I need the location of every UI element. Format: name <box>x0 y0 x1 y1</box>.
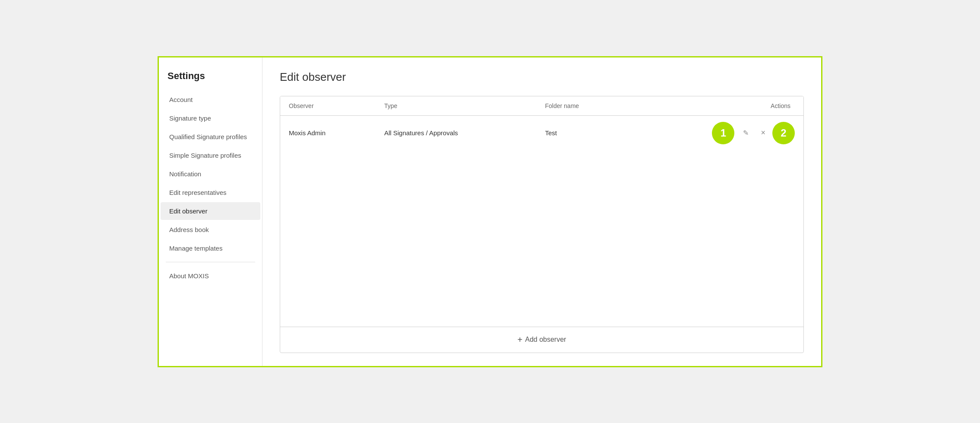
sidebar-nav: AccountSignature typeQualified Signature… <box>159 90 262 357</box>
main-content: Edit observer Observer Type Folder name … <box>262 57 821 366</box>
col-observer: Observer <box>280 96 376 116</box>
cell-type: All Signatures / Approvals <box>376 115 537 150</box>
sidebar-item-notification[interactable]: Notification <box>161 165 260 183</box>
sidebar-item-manage-templates[interactable]: Manage templates <box>161 239 260 257</box>
actions-wrapper: 1✎×2 <box>635 122 795 144</box>
app-container: Settings AccountSignature typeQualified … <box>158 56 822 367</box>
add-observer-button[interactable]: + Add observer <box>518 335 566 345</box>
cell-folder-name: Test <box>537 115 627 150</box>
sidebar-item-qualified-signature-profiles[interactable]: Qualified Signature profiles <box>161 128 260 146</box>
edit-button[interactable]: ✎ <box>740 127 752 139</box>
sidebar-divider <box>166 262 255 262</box>
page-title: Edit observer <box>280 70 804 84</box>
cell-observer: Moxis Admin <box>280 115 376 150</box>
delete-button[interactable]: × <box>757 127 769 139</box>
table-header: Observer Type Folder name Actions <box>280 96 803 116</box>
cell-actions: 1✎×2 <box>627 115 803 150</box>
sidebar-item-address-book[interactable]: Address book <box>161 221 260 239</box>
badge-2: 2 <box>772 122 795 144</box>
plus-icon: + <box>518 335 523 345</box>
table-body: Moxis AdminAll Signatures / ApprovalsTes… <box>280 115 803 150</box>
table-container: Observer Type Folder name Actions Moxis … <box>280 96 804 353</box>
sidebar-item-signature-type[interactable]: Signature type <box>161 109 260 127</box>
sidebar-title: Settings <box>159 66 262 90</box>
col-type: Type <box>376 96 537 116</box>
sidebar-item-edit-representatives[interactable]: Edit representatives <box>161 184 260 201</box>
table-row: Moxis AdminAll Signatures / ApprovalsTes… <box>280 115 803 150</box>
sidebar: Settings AccountSignature typeQualified … <box>159 57 262 366</box>
add-observer-label: Add observer <box>525 336 566 343</box>
sidebar-item-simple-signature-profiles[interactable]: Simple Signature profiles <box>161 146 260 164</box>
badge-1: 1 <box>712 122 734 144</box>
table-scroll: Observer Type Folder name Actions Moxis … <box>280 96 803 327</box>
observers-table: Observer Type Folder name Actions Moxis … <box>280 96 803 150</box>
col-folder-name: Folder name <box>537 96 627 116</box>
sidebar-item-about-moxis[interactable]: About MOXIS <box>161 267 260 285</box>
sidebar-item-edit-observer[interactable]: Edit observer <box>161 202 260 220</box>
sidebar-item-account[interactable]: Account <box>161 91 260 108</box>
col-actions: Actions <box>627 96 803 116</box>
table-footer: + Add observer <box>280 327 803 353</box>
